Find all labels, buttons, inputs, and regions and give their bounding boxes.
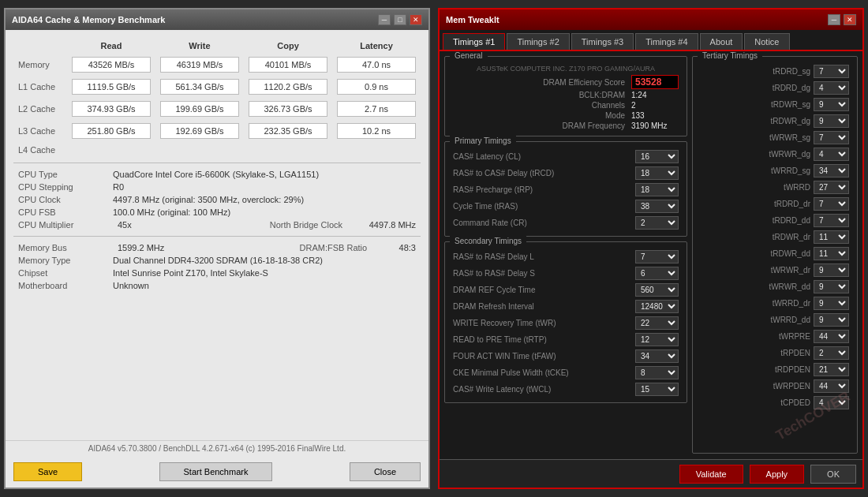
timing-select[interactable]: 8 (635, 366, 679, 379)
timing-row: WRITE Recovery Time (tWR) 22 (450, 315, 682, 331)
channels-value: 2 (631, 101, 679, 110)
right-timing-label: tWRWR_dr (701, 266, 814, 275)
cpu-type-row: CPU Type QuadCore Intel Core i5-6600K (S… (13, 168, 421, 181)
validate-button[interactable]: Validate (679, 465, 743, 484)
tab-about[interactable]: About (700, 33, 743, 50)
timing-select[interactable]: 16 (635, 150, 679, 163)
timing-select[interactable]: 560 (635, 283, 679, 297)
timing-row: Command Rate (CR) 2 (450, 215, 682, 231)
tab-notice[interactable]: Notice (744, 33, 789, 50)
right-timing-label: tWRRD_dd (701, 316, 814, 324)
start-benchmark-button[interactable]: Start Benchmark (159, 462, 273, 481)
right-timing-select[interactable]: 27 (814, 181, 849, 194)
timing-label: Cycle Time (tRAS) (453, 202, 635, 211)
right-timing-label: tRDWR_dr (701, 233, 814, 241)
score-label: DRAM Efficiency Score (453, 78, 625, 87)
cpu-stepping-value: R0 (113, 182, 124, 192)
timing-select[interactable]: 15 (635, 383, 679, 396)
aida-minimize-button[interactable]: ─ (378, 14, 391, 25)
right-timing-label: tWRPRE (701, 332, 814, 341)
right-timing-label: tWRWR_sg (701, 133, 814, 142)
right-timing-select[interactable]: 9 (814, 98, 849, 111)
bclk-value: 1:24 (631, 91, 679, 99)
row-label: L1 Cache (13, 76, 67, 98)
save-button[interactable]: Save (13, 462, 82, 481)
channels-label: Channels (453, 101, 625, 110)
row-label: L3 Cache (13, 120, 67, 142)
timing-label: RAS# Precharge (tRP) (453, 185, 635, 194)
timing-select[interactable]: 38 (635, 200, 679, 213)
timing-select[interactable]: 12 (635, 333, 679, 346)
timing-row: READ to PRE Time (tRTP) 12 (450, 331, 682, 348)
aida-titlebar: AIDA64 Cache & Memory Benchmark ─ □ ✕ (6, 9, 428, 30)
right-timing-row: tRDWR_dr 11 (698, 229, 852, 245)
aida-maximize-button[interactable]: □ (394, 14, 406, 25)
right-timing-select[interactable]: 4 (814, 81, 849, 95)
right-timing-select[interactable]: 11 (814, 230, 849, 244)
right-timing-select[interactable]: 9 (814, 280, 849, 293)
right-timing-select[interactable]: 7 (814, 197, 849, 211)
aida-close-button[interactable]: ✕ (410, 14, 422, 25)
right-timing-select[interactable]: 44 (814, 330, 849, 343)
right-timing-select[interactable]: 9 (814, 313, 849, 327)
mem-minimize-button[interactable]: ─ (828, 14, 840, 25)
nb-clock-value: 4497.8 MHz (369, 220, 416, 230)
apply-button[interactable]: Apply (750, 465, 805, 484)
right-timing-select[interactable]: 9 (814, 263, 849, 277)
tab-timings--1[interactable]: Timings #1 (443, 33, 505, 50)
tab-timings--2[interactable]: Timings #2 (507, 33, 569, 50)
timing-select[interactable]: 18 (635, 183, 679, 196)
timing-label: READ to PRE Time (tRTP) (453, 335, 635, 344)
timing-select[interactable]: 2 (635, 216, 679, 230)
right-timing-select[interactable]: 7 (814, 65, 849, 78)
cpu-mult-value: 45x (118, 220, 132, 230)
mem-tabs: Timings #1Timings #2Timings #3Timings #4… (440, 30, 862, 51)
right-timing-select[interactable]: 4 (814, 148, 849, 161)
mem-right: Tertiary Timings tRDRD_sg 7 tRDRD_dg 4 t… (692, 56, 858, 454)
freq-value: 3190 MHz (631, 121, 679, 130)
tab-timings--3[interactable]: Timings #3 (571, 33, 634, 50)
timing-select[interactable]: 34 (635, 349, 679, 363)
mem-bus-label: Memory Bus (18, 243, 113, 252)
timing-row: RAS# to CAS# Delay (tRCD) 18 (450, 165, 682, 181)
cpu-fsb-value: 100.0 MHz (original: 100 MHz) (113, 207, 230, 217)
cpu-mult-row: CPU Multiplier 45x North Bridge Clock 44… (13, 219, 421, 231)
bench-cell: 326.73 GB/s (244, 98, 332, 120)
timing-row: Cycle Time (tRAS) 38 (450, 198, 682, 215)
timing-select[interactable]: 12480 (635, 300, 679, 313)
bench-cell: 374.93 GB/s (67, 98, 155, 120)
tab-timings--4[interactable]: Timings #4 (635, 33, 698, 50)
right-timing-select[interactable]: 44 (814, 379, 849, 393)
bench-cell: 46319 MB/s (155, 54, 244, 76)
timing-select[interactable]: 22 (635, 316, 679, 330)
timing-row: CKE Minimal Pulse Width (tCKE) 8 (450, 364, 682, 381)
right-timing-select[interactable]: 2 (814, 346, 849, 360)
motherboard-value: Unknown (113, 281, 149, 290)
timing-select[interactable]: 7 (635, 250, 679, 263)
tertiary-section: Tertiary Timings tRDRD_sg 7 tRDRD_dg 4 t… (692, 56, 858, 454)
channels-row: Channels 2 (450, 100, 682, 110)
bench-cell: 47.0 ns (332, 54, 421, 76)
right-timing-select[interactable]: 7 (814, 131, 849, 144)
timing-row: RAS# to RAS# Delay S 6 (450, 265, 682, 282)
aida-footer: AIDA64 v5.70.3800 / BenchDLL 4.2.671-x64… (6, 440, 428, 456)
right-timing-select[interactable]: 34 (814, 164, 849, 178)
mem-close-button[interactable]: ✕ (844, 14, 856, 25)
ok-button[interactable]: OK (810, 465, 856, 484)
right-timing-select[interactable]: 4 (814, 396, 849, 409)
timing-label: RAS# to CAS# Delay (tRCD) (453, 169, 635, 178)
right-timing-row: tRDWR_dd 11 (698, 245, 852, 262)
timing-select[interactable]: 6 (635, 267, 679, 280)
right-timing-label: tRDRD_dr (701, 200, 814, 208)
timing-row: RAS# Precharge (tRP) 18 (450, 181, 682, 198)
timing-select[interactable]: 18 (635, 166, 679, 180)
right-timing-select[interactable]: 9 (814, 114, 849, 128)
right-timing-select[interactable]: 9 (814, 297, 849, 310)
bench-cell: 40101 MB/s (244, 54, 332, 76)
dram-fsb-label: DRAM:FSB Ratio (300, 243, 395, 252)
right-timing-select[interactable]: 7 (814, 214, 849, 227)
right-timing-select[interactable]: 11 (814, 247, 849, 260)
bclk-row: BCLK:DRAM 1:24 (450, 90, 682, 100)
right-timing-select[interactable]: 21 (814, 363, 849, 376)
close-button[interactable]: Close (350, 462, 421, 481)
